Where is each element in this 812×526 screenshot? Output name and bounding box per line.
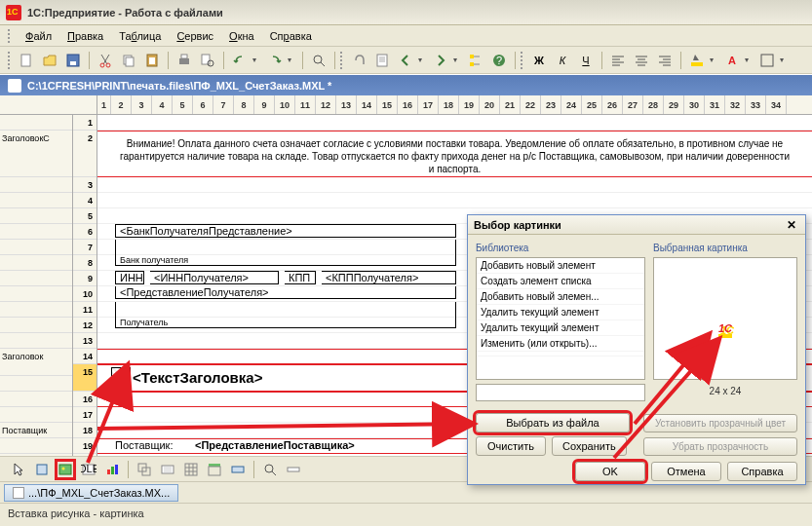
col-header[interactable]: 31 [705,95,725,114]
menu-edit[interactable]: Правка [61,28,109,44]
col-header[interactable]: 30 [684,95,705,114]
help-button[interactable]: Справка [727,462,797,481]
print-button[interactable] [174,50,195,71]
close-icon[interactable]: ✕ [784,218,799,232]
cut-button[interactable] [95,50,116,71]
list-item[interactable]: Добавить новый элемен... [477,289,644,305]
col-header[interactable]: 1 [97,95,111,114]
cell[interactable]: <КПППолучателя> [322,271,456,284]
cell[interactable]: ИНН [115,271,144,284]
save-button[interactable] [62,50,84,71]
headers-tool[interactable] [204,459,225,480]
cell[interactable]: КПП [285,271,316,284]
border-button[interactable] [756,50,778,71]
col-header[interactable]: 16 [398,95,418,114]
menu-windows[interactable]: Окна [223,28,260,44]
list-item[interactable]: Создать элемент списка [477,274,644,289]
clear-button[interactable]: Очистить [476,436,546,456]
menu-help[interactable]: Справка [264,28,318,44]
col-header[interactable]: 34 [766,95,787,114]
ole-tool[interactable]: OLE [78,459,99,480]
col-header[interactable]: 20 [480,95,500,114]
col-header[interactable]: 28 [643,95,664,114]
col-header[interactable]: 7 [213,95,234,114]
redo-button[interactable] [264,50,286,71]
attach-button[interactable] [348,50,369,71]
col-header[interactable]: 18 [439,95,459,114]
list-item[interactable]: Изменить (или открыть)... [477,336,644,352]
menu-service[interactable]: Сервис [171,28,219,44]
save-image-button[interactable]: Сохранить [552,436,627,456]
col-header[interactable]: 23 [541,95,561,114]
underline-button[interactable]: Ч [575,50,597,71]
col-header[interactable]: 26 [602,95,623,114]
search-button[interactable] [308,50,329,71]
picture-tool[interactable] [55,459,76,480]
from-file-button[interactable]: Выбрать из файла [476,413,630,432]
page-tab[interactable]: ...\ПФ_MXL_СчетЗаказ.MX... [4,484,178,502]
col-header[interactable]: 27 [623,95,643,114]
col-header[interactable]: 24 [561,95,582,114]
col-header[interactable]: 19 [459,95,480,114]
group-tool[interactable] [134,459,155,480]
list-item[interactable]: Удалить текущий элемент [477,320,644,336]
col-header[interactable]: 32 [725,95,746,114]
col-header[interactable]: 29 [664,95,684,114]
row-ruler[interactable]: 1 2 3 4 5 6 7 8 9 10 11 12 13 14 15 16 1… [73,115,97,456]
col-header[interactable]: 14 [357,95,377,114]
chart-tool[interactable] [101,459,123,480]
align-right-button[interactable] [654,50,676,71]
ok-button[interactable]: OK [575,462,645,481]
cell[interactable]: <ПредставлениеПолучателя> [115,286,456,299]
col-header[interactable]: 5 [173,95,193,114]
list-item[interactable] [477,352,644,357]
col-header[interactable]: 10 [275,95,295,114]
heading-cell[interactable]: <ТекстЗаголовка> [133,369,262,386]
open-button[interactable] [39,50,60,71]
paste-button[interactable] [141,50,163,71]
undo-button[interactable] [229,50,251,71]
page-setup-button[interactable] [371,50,393,71]
bold-button[interactable]: Ж [528,50,550,71]
col-header[interactable]: 2 [111,95,132,114]
col-header[interactable]: 13 [336,95,357,114]
col-header[interactable]: 9 [254,95,275,114]
list-item[interactable]: Удалить текущий элемент [477,305,644,320]
cell[interactable]: <БанкПолучателяПредставление> [115,224,456,238]
col-header[interactable]: 15 [377,95,398,114]
cell[interactable]: <ИННПолучателя> [150,271,279,284]
library-listbox[interactable]: Добавить новый элемент Создать элемент с… [476,257,645,380]
image-placeholder[interactable] [111,367,131,389]
nav-fwd-button[interactable] [430,50,451,71]
bgcolor-button[interactable] [686,50,708,71]
col-header[interactable]: 17 [418,95,439,114]
merge-tool[interactable] [227,459,249,480]
cell[interactable]: Поставщик: [115,439,173,451]
new-button[interactable] [16,50,37,71]
remove-transparent-button[interactable]: Убрать прозрачность [643,437,797,456]
names-tool[interactable] [157,459,178,480]
cell[interactable]: Банк получателя [115,255,456,266]
library-input[interactable] [476,384,645,401]
col-header[interactable]: 12 [316,95,336,114]
nav-back-button[interactable] [395,50,416,71]
textcolor-button[interactable]: А [721,50,743,71]
cancel-button[interactable]: Отмена [651,462,721,481]
align-left-button[interactable] [607,50,629,71]
text-tool[interactable] [31,459,53,480]
list-item[interactable]: Добавить новый элемент [477,258,644,274]
cell[interactable]: <ПредставлениеПоставщика> [195,439,355,451]
col-header[interactable]: 11 [295,95,316,114]
pointer-tool[interactable] [8,459,29,480]
col-header[interactable]: 3 [132,95,152,114]
col-header[interactable]: 8 [234,95,254,114]
print-preview-button[interactable] [197,50,218,71]
zoom-tool[interactable] [259,459,281,480]
italic-button[interactable]: К [552,50,573,71]
grid-tool[interactable] [180,459,202,480]
tree-button[interactable] [465,50,486,71]
menu-table[interactable]: Таблица [113,28,167,44]
col-header[interactable]: 22 [521,95,541,114]
col-header[interactable]: 33 [746,95,766,114]
align-center-button[interactable] [631,50,652,71]
